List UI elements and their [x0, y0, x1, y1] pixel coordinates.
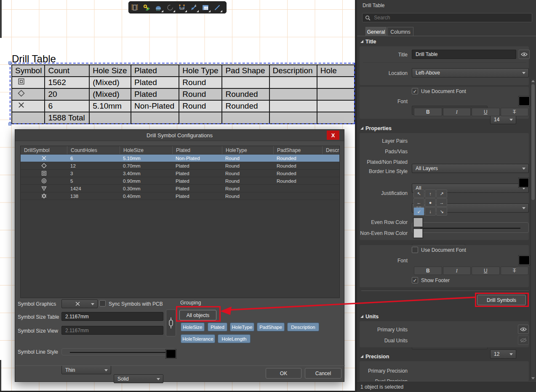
- use-document-font-table-checkbox[interactable]: [412, 247, 418, 253]
- grouping-all-objects-button[interactable]: All objects: [179, 310, 216, 320]
- underline-button[interactable]: U: [472, 108, 500, 116]
- even-row-color-swatch[interactable]: [413, 218, 423, 227]
- measure-icon[interactable]: 4: [188, 2, 200, 13]
- bold-button[interactable]: B: [414, 267, 442, 275]
- justify-bottom-left-button[interactable]: ↙: [413, 207, 424, 216]
- border-color-swatch[interactable]: [519, 178, 529, 187]
- grouping-holelength-button[interactable]: HoleLength: [218, 334, 251, 343]
- collapse-icon[interactable]: [360, 40, 363, 43]
- search-box[interactable]: [362, 13, 532, 22]
- symbol-size-table-input[interactable]: [61, 312, 163, 321]
- title-visibility-button[interactable]: [519, 50, 530, 59]
- grouping-holesize-button[interactable]: HoleSize: [181, 323, 205, 331]
- ok-button[interactable]: OK: [266, 368, 301, 379]
- footprint-icon[interactable]: [129, 2, 141, 13]
- italic-button[interactable]: I: [443, 267, 471, 275]
- window-edge: [0, 0, 2, 38]
- collapse-icon[interactable]: [360, 355, 363, 358]
- justification-label: Justification: [357, 190, 408, 196]
- font-color-swatch[interactable]: [519, 96, 530, 106]
- dialog-titlebar[interactable]: Drill Symbol Configurations X: [15, 130, 344, 141]
- strikethrough-button[interactable]: T: [501, 267, 529, 275]
- dialog-table-row[interactable]: 33.40mm PlatedRound Rounded: [21, 170, 339, 177]
- selection-handle[interactable]: [8, 61, 11, 64]
- collapse-icon[interactable]: [360, 127, 363, 130]
- use-document-font-checkbox[interactable]: ✓: [412, 88, 418, 94]
- dimension-icon[interactable]: 10: [176, 2, 188, 13]
- drill-symbol-square-in-square-icon: [18, 78, 25, 85]
- symbol-line-preview: [61, 348, 175, 355]
- justify-top-right-button[interactable]: ↗: [436, 189, 447, 198]
- sync-symbols-checkbox[interactable]: [99, 300, 106, 307]
- section-title: Title: [365, 39, 376, 45]
- justify-bottom-button[interactable]: ↓: [425, 207, 436, 216]
- cancel-button[interactable]: Cancel: [305, 368, 341, 379]
- italic-button[interactable]: I: [443, 108, 471, 116]
- primary-precision-label: Primary Precision: [357, 368, 408, 374]
- justify-right-button[interactable]: →: [436, 198, 447, 207]
- close-icon[interactable]: X: [327, 131, 339, 140]
- justify-left-button[interactable]: ←: [413, 198, 424, 207]
- show-footer-checkbox[interactable]: ✓: [412, 277, 418, 283]
- strikethrough-button[interactable]: T: [501, 108, 529, 116]
- underline-button[interactable]: U: [472, 267, 500, 275]
- chain-link-icon: [168, 317, 173, 329]
- arc-icon[interactable]: [164, 2, 176, 13]
- grouping-plated-button[interactable]: Plated: [208, 323, 227, 331]
- symbol-line-color-swatch[interactable]: [166, 349, 176, 358]
- dialog-table-row[interactable]: 50.90mm PlatedRound Rounded: [21, 177, 339, 185]
- search-input[interactable]: [373, 14, 529, 21]
- symbol-line-width-dropdown[interactable]: Thin: [61, 365, 111, 374]
- selection-handle[interactable]: [8, 123, 11, 125]
- link-sizes-button[interactable]: [166, 309, 176, 336]
- drill-symbol-configurations-dialog: Drill Symbol Configurations X DrillSymbo…: [15, 129, 344, 382]
- drill-table-icon[interactable]: [200, 2, 211, 13]
- dialog-table-row[interactable]: 14240.30mm PlatedRound: [21, 185, 339, 192]
- doc-drill-table[interactable]: SymbolCount Hole SizePlated Hole TypePad…: [11, 64, 355, 124]
- dialog-symbol-table[interactable]: DrillSymbolCountHoles HoleSizePlated Hol…: [20, 146, 340, 298]
- search-icon: [365, 15, 370, 21]
- scroll-down-icon[interactable]: [531, 377, 535, 379]
- tab-columns[interactable]: Columns: [387, 27, 413, 36]
- title-input[interactable]: [412, 50, 516, 59]
- tab-general[interactable]: General: [365, 27, 387, 36]
- grouping-holetype-button[interactable]: HoleType: [230, 323, 254, 331]
- panel-scrollbar[interactable]: [531, 79, 535, 380]
- bold-button[interactable]: B: [414, 108, 442, 116]
- border-line-preview: [412, 222, 529, 233]
- table-font-size-dropdown[interactable]: 12: [490, 349, 516, 359]
- scroll-up-icon[interactable]: [531, 80, 535, 82]
- dialog-table-row[interactable]: 1380.40mm PlatedRound: [21, 192, 339, 200]
- location-dropdown[interactable]: Left-Above: [412, 68, 529, 77]
- grouping-padshape-button[interactable]: PadShape: [257, 323, 285, 331]
- dialog-title: Drill Symbol Configurations: [147, 132, 213, 139]
- dialog-table-row[interactable]: 120.70mm PlatedRound Rounded: [21, 162, 339, 170]
- justify-top-left-button[interactable]: ↖: [413, 189, 424, 198]
- font-size-dropdown[interactable]: 14: [490, 115, 516, 124]
- dual-units-visibility-off-button[interactable]: [518, 336, 529, 345]
- pad-icon[interactable]: [152, 2, 164, 13]
- justify-bottom-right-button[interactable]: ↘: [436, 207, 447, 216]
- grouping-description-button[interactable]: Description: [287, 323, 319, 331]
- primary-units-visibility-button[interactable]: [518, 325, 529, 334]
- symbol-graphics-dropdown[interactable]: [61, 299, 98, 308]
- scrollbar-thumb[interactable]: [531, 84, 535, 200]
- location-label: Location: [357, 70, 408, 76]
- justify-center-button[interactable]: ●: [425, 198, 436, 207]
- line-icon[interactable]: [211, 2, 223, 13]
- row-divider: [363, 62, 526, 63]
- non-even-row-color-swatch[interactable]: [413, 229, 423, 238]
- justify-top-button[interactable]: ↑: [425, 189, 436, 198]
- border-line-style-label: Border Line Style: [357, 168, 408, 174]
- dialog-table-row-selected[interactable]: 65.10mm Non-PlatedRound Rounded: [21, 155, 339, 162]
- layer-pairs-dropdown[interactable]: All Layers: [412, 164, 529, 173]
- grouping-holetolerance-button[interactable]: HoleTolerance: [181, 334, 215, 343]
- table-font-color-swatch[interactable]: [519, 256, 530, 265]
- doc-drill-table-title: Drill Table: [12, 53, 56, 65]
- font-format-buttons: B I U T: [414, 108, 528, 116]
- route-icon[interactable]: [141, 2, 152, 13]
- app-window: 10 4 Drill Table SymbolCount Hole SizePl…: [0, 0, 536, 392]
- symbol-line-kind-dropdown[interactable]: Solid: [114, 374, 163, 383]
- collapse-icon[interactable]: [360, 315, 363, 318]
- drill-symbols-button[interactable]: Drill Symbols: [477, 295, 526, 305]
